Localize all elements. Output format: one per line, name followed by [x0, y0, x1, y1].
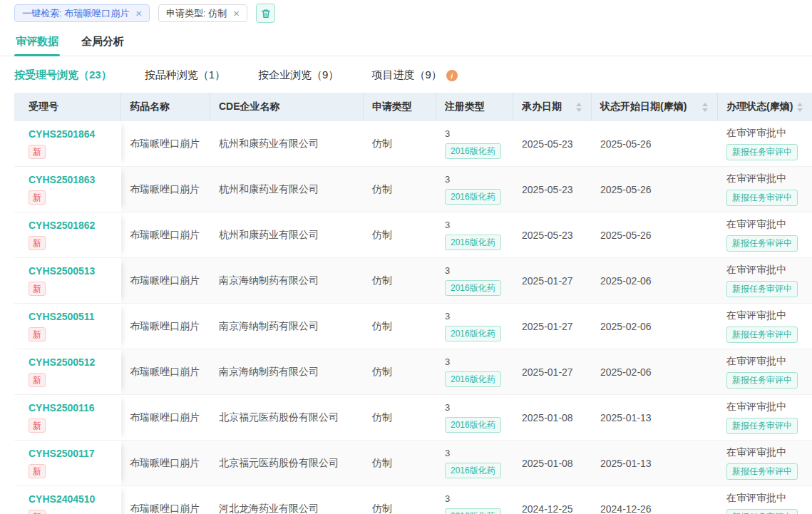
table-row: CYHS2404510新布瑞哌唑口崩片河北龙海药业有限公司仿制32016版化药2… [14, 486, 812, 514]
cell-company-name: 河北龙海药业有限公司 [210, 486, 364, 514]
company-name: 杭州和康药业有限公司 [219, 229, 319, 242]
status-start-date: 2025-02-06 [600, 366, 652, 378]
company-name: 南京海纳制药有限公司 [219, 274, 319, 287]
cell-status-start-date: 2025-01-13 [592, 441, 718, 485]
registration-type-badge: 2016版化药 [445, 371, 501, 387]
tag-close-icon[interactable] [135, 8, 142, 19]
cell-acceptance-date: 2025-01-08 [513, 395, 592, 440]
review-table: 受理号 药品名称 CDE企业名称 申请类型 注册类型 承办日期 状态开始日期(摩… [14, 93, 812, 514]
new-badge: 新 [29, 327, 46, 341]
cell-status-start-date: 2025-05-26 [592, 121, 718, 166]
company-name: 杭州和康药业有限公司 [219, 183, 319, 196]
handling-status-badge: 新报任务审评中 [726, 144, 798, 160]
cell-acceptance-date: 2025-05-23 [513, 121, 592, 166]
handling-status-text: 在审评审批中 [726, 264, 786, 277]
registration-type-number: 3 [445, 402, 450, 413]
sort-icon[interactable] [576, 103, 582, 112]
subtab-by-acceptance-number[interactable]: 按受理号浏览（23） [14, 68, 112, 82]
company-name: 北京福元医药股份有限公司 [219, 411, 339, 424]
cell-registration-type: 32016版化药 [436, 304, 513, 349]
new-badge: 新 [29, 190, 46, 205]
cell-status-start-date: 2025-02-06 [592, 258, 718, 303]
cell-acceptance-number: CYHS2500117新 [14, 441, 121, 485]
cell-application-type: 仿制 [364, 486, 436, 514]
acceptance-date: 2025-05-23 [522, 230, 573, 241]
cell-registration-type: 32016版化药 [436, 349, 513, 394]
handling-status-text: 在审评审批中 [726, 355, 786, 368]
drug-name: 布瑞哌唑口崩片 [130, 503, 200, 514]
cell-company-name: 杭州和康药业有限公司 [210, 121, 364, 166]
handling-status-badge: 新报任务审评中 [726, 327, 798, 342]
cell-application-type: 仿制 [364, 349, 436, 394]
subtab-project-progress[interactable]: 项目进度（9） [371, 68, 457, 82]
sort-icon[interactable] [797, 103, 803, 112]
cell-registration-type: 32016版化药 [436, 441, 513, 485]
cell-drug-name: 布瑞哌唑口崩片 [121, 349, 210, 394]
handling-status-badge: 新报任务审评中 [726, 281, 798, 297]
acceptance-date: 2025-05-23 [522, 138, 573, 150]
acceptance-date: 2025-05-23 [522, 184, 573, 195]
acceptance-number-link[interactable]: CYHS2501862 [29, 220, 95, 231]
registration-type-badge: 2016版化药 [445, 417, 501, 433]
cell-application-type: 仿制 [364, 395, 436, 440]
filter-tag-search: 一键检索: 布瑞哌唑口崩片 [14, 4, 150, 22]
acceptance-date: 2025-01-08 [522, 458, 573, 469]
subtab-label: 项目进度（9） [371, 68, 441, 82]
acceptance-date: 2025-01-08 [522, 412, 573, 423]
cell-handling-status: 在审评审批中新报任务审评中 [718, 258, 812, 303]
company-name: 北京福元医药股份有限公司 [219, 457, 339, 470]
filter-tag-label: 申请类型: 仿制 [166, 9, 227, 18]
cell-company-name: 北京福元医药股份有限公司 [210, 395, 364, 440]
clear-filters-button[interactable] [256, 4, 275, 23]
acceptance-number-link[interactable]: CYHS2500511 [29, 311, 95, 322]
cell-application-type: 仿制 [364, 167, 436, 212]
acceptance-date: 2025-01-27 [522, 275, 573, 287]
column-header-cde-company: CDE企业名称 [210, 93, 364, 121]
drug-name: 布瑞哌唑口崩片 [130, 411, 200, 424]
new-badge: 新 [29, 373, 46, 387]
cell-company-name: 南京海纳制药有限公司 [210, 304, 364, 349]
column-header-handling-status[interactable]: 办理状态(摩熵) [718, 93, 812, 121]
sort-icon[interactable] [702, 103, 708, 112]
table-header: 受理号 药品名称 CDE企业名称 申请类型 注册类型 承办日期 状态开始日期(摩… [14, 93, 812, 121]
acceptance-number-link[interactable]: CYHS2404510 [29, 493, 95, 505]
cell-company-name: 南京海纳制药有限公司 [210, 258, 364, 303]
tab-global-analysis[interactable]: 全局分析 [80, 29, 125, 56]
tab-review-data[interactable]: 审评数据 [14, 29, 60, 56]
status-start-date: 2025-05-26 [600, 184, 652, 195]
tag-close-icon[interactable] [233, 8, 240, 19]
acceptance-number-link[interactable]: CYHS2501864 [29, 128, 95, 140]
acceptance-number-link[interactable]: CYHS2501863 [29, 174, 95, 185]
application-type: 仿制 [372, 457, 392, 470]
column-header-acceptance-date[interactable]: 承办日期 [513, 93, 592, 121]
acceptance-number-link[interactable]: CYHS2500117 [29, 448, 95, 459]
column-header-status-start-date[interactable]: 状态开始日期(摩熵) [592, 93, 718, 121]
cell-registration-type: 32016版化药 [436, 486, 513, 514]
registration-type-badge: 2016版化药 [445, 143, 501, 159]
sub-tabs: 按受理号浏览（23） 按品种浏览（1） 按企业浏览（9） 项目进度（9） [0, 56, 812, 93]
filter-tag-application-type: 申请类型: 仿制 [158, 4, 247, 22]
cell-drug-name: 布瑞哌唑口崩片 [121, 441, 210, 485]
info-icon[interactable] [446, 70, 458, 81]
subtab-by-company[interactable]: 按企业浏览（9） [258, 68, 339, 82]
cell-handling-status: 在审评审批中新报任务审评中 [718, 395, 812, 440]
cell-company-name: 杭州和康药业有限公司 [210, 212, 364, 257]
status-start-date: 2025-01-13 [600, 412, 652, 423]
cell-registration-type: 32016版化药 [436, 121, 513, 166]
status-start-date: 2024-12-26 [600, 503, 652, 514]
drug-name: 布瑞哌唑口崩片 [130, 320, 200, 333]
subtab-by-variety[interactable]: 按品种浏览（1） [145, 68, 225, 82]
acceptance-number-link[interactable]: CYHS2500513 [29, 265, 95, 277]
cell-handling-status: 在审评审批中新报任务审评中 [718, 212, 812, 257]
registration-type-badge: 2016版化药 [445, 189, 501, 205]
handling-status-text: 在审评审批中 [726, 127, 786, 140]
new-badge: 新 [29, 236, 46, 250]
application-type: 仿制 [372, 411, 392, 424]
acceptance-number-link[interactable]: CYHS2500116 [29, 402, 95, 413]
cell-acceptance-number: CYHS2500512新 [14, 349, 121, 394]
cell-registration-type: 32016版化药 [436, 258, 513, 303]
cell-application-type: 仿制 [364, 258, 436, 303]
cell-acceptance-number: CYHS2500513新 [14, 258, 121, 303]
acceptance-number-link[interactable]: CYHS2500512 [29, 356, 95, 368]
cell-acceptance-date: 2025-01-27 [513, 304, 592, 349]
